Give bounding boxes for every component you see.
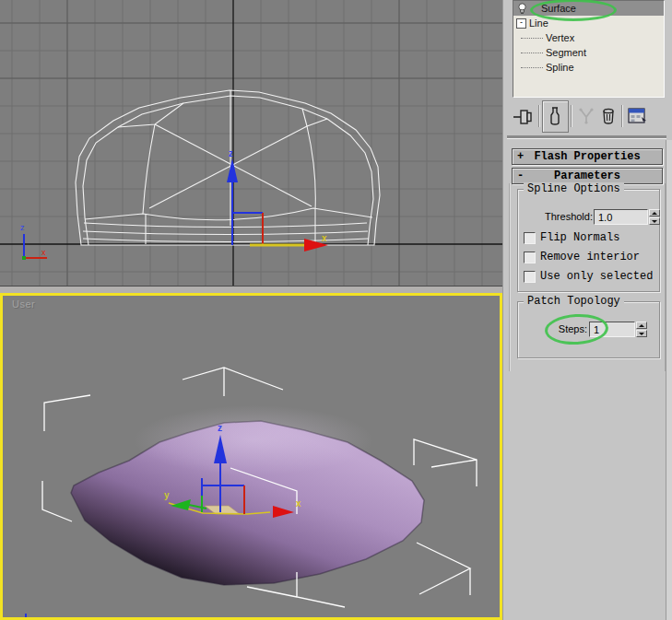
viewport-label[interactable]: User <box>12 298 35 310</box>
lightbulb-icon[interactable] <box>517 3 527 15</box>
collapse-box-icon[interactable]: - <box>516 18 526 29</box>
viewport-axis-tripod: z x <box>20 223 47 260</box>
viewport-front[interactable]: z x z x <box>0 0 502 287</box>
stack-item-line[interactable]: - Line <box>513 16 664 30</box>
spinner-up-button[interactable] <box>649 209 660 216</box>
stack-item-surface[interactable]: Surface <box>513 1 664 16</box>
z-axis-arrow <box>227 158 238 182</box>
viewport-divider[interactable] <box>0 287 502 293</box>
shaded-object[interactable] <box>71 405 424 585</box>
spline-options-group: Spline Options Threshold: Flip Normals R… <box>517 189 660 292</box>
steps-row: Steps: <box>518 322 659 337</box>
expand-icon[interactable]: + <box>517 149 524 164</box>
use-only-selected-checkbox[interactable] <box>524 271 536 283</box>
threshold-row: Threshold: <box>518 209 659 225</box>
checkbox-label: Remove interior <box>540 251 640 263</box>
configure-modifier-sets-icon[interactable] <box>628 107 648 125</box>
stack-item-segment[interactable]: Segment <box>513 45 664 60</box>
toolbar-separator <box>621 105 622 127</box>
group-title: Spline Options <box>524 182 624 195</box>
panel-scrollbar[interactable] <box>666 140 672 620</box>
3ds-max-window: z x z x User <box>0 0 672 620</box>
steps-label: Steps: <box>559 323 587 334</box>
steps-spinner <box>636 322 647 337</box>
flip-normals-checkbox[interactable] <box>524 232 536 244</box>
wireframe-object <box>76 90 380 245</box>
tripod-z-label: z <box>20 223 25 232</box>
tree-connector <box>521 67 543 68</box>
spinner-down-button[interactable] <box>636 330 647 337</box>
y-axis-label: y <box>164 490 170 500</box>
checkbox-label: Use only selected <box>540 270 653 283</box>
z-axis-label: z <box>229 148 233 158</box>
x-axis-label: x <box>322 233 327 243</box>
show-end-result-icon[interactable] <box>548 107 562 125</box>
checkbox-label: Flip Normals <box>540 231 619 244</box>
threshold-input[interactable] <box>594 209 648 225</box>
spinner-down-button[interactable] <box>649 217 660 225</box>
tree-connector <box>521 38 543 39</box>
patch-topology-group: Patch Topology Steps: <box>517 301 660 358</box>
threshold-label: Threshold: <box>545 211 593 222</box>
spinner-up-button[interactable] <box>636 322 647 329</box>
tripod-x-label: x <box>41 248 46 257</box>
transform-gizmo[interactable]: z x <box>227 148 328 252</box>
stack-item-vertex[interactable]: Vertex <box>513 30 664 45</box>
pin-stack-icon[interactable] <box>513 107 535 125</box>
toolbar-separator <box>571 105 572 127</box>
z-axis-label: z <box>218 423 222 433</box>
steps-input[interactable] <box>589 322 635 337</box>
collapse-icon[interactable]: - <box>517 169 524 183</box>
command-panel: Surface - Line Vertex Segment Spline <box>502 0 672 620</box>
remove-interior-checkbox[interactable] <box>524 252 536 263</box>
grid <box>0 0 502 286</box>
tree-connector <box>521 53 543 53</box>
x-axis-label: x <box>296 498 301 509</box>
group-title: Patch Topology <box>524 295 624 308</box>
panel-divider <box>507 135 666 139</box>
viewport-user[interactable]: User <box>0 293 502 620</box>
rollout-flash-properties[interactable]: + Flash Properties <box>512 148 663 165</box>
stack-item-spline[interactable]: Spline <box>513 60 664 75</box>
toolbar-separator <box>538 105 539 127</box>
make-unique-icon[interactable] <box>577 107 595 125</box>
stack-toolbar <box>503 98 672 135</box>
remove-modifier-icon[interactable] <box>599 107 618 125</box>
modifier-stack-list: Surface - Line Vertex Segment Spline <box>513 0 665 98</box>
threshold-spinner <box>649 209 660 225</box>
